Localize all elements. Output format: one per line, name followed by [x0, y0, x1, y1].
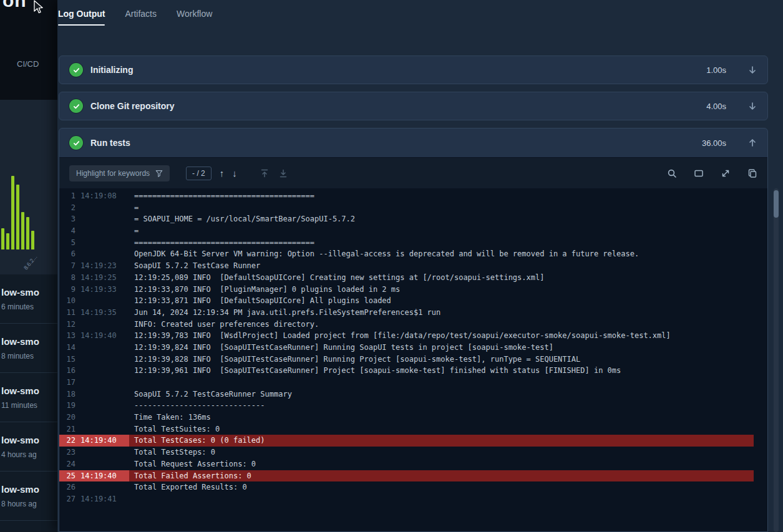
chart-bar[interactable]: [21, 212, 24, 249]
log-line: 2214:19:40Total TestCases: 0 (0 failed): [59, 435, 754, 447]
execution-item[interactable]: low-smo4 hours ag: [0, 422, 57, 472]
execution-item[interactable]: low-smo6 minutes: [0, 274, 57, 324]
line-text: 12:19:25,089 INFO [DefaultSoapUICore] Cr…: [129, 272, 754, 284]
scroll-to-top-icon[interactable]: [260, 168, 270, 178]
line-gutter: 18: [59, 389, 129, 400]
chart-bar[interactable]: [16, 185, 19, 249]
line-text: ========================================: [129, 190, 754, 202]
line-gutter: 15: [59, 354, 129, 365]
chart-bar[interactable]: [11, 176, 14, 249]
step-duration: 1.00s: [706, 65, 726, 75]
logo-text: on: [2, 0, 52, 9]
line-number: 5: [59, 237, 75, 249]
keyword-highlight-label: Highlight for keywords: [76, 169, 150, 178]
scroll-to-bottom-icon[interactable]: [278, 168, 288, 178]
line-text: Total Failed Assertions: 0: [129, 470, 754, 482]
chart-bar[interactable]: [6, 233, 9, 249]
chart-bar[interactable]: [26, 217, 29, 249]
line-timestamp: 14:19:35: [80, 307, 117, 319]
line-text: 12:19:39,783 INFO [WsdlProject] Loaded p…: [129, 330, 754, 342]
step-initializing[interactable]: Initializing 1.00s: [59, 56, 768, 84]
line-number: 21: [59, 423, 75, 435]
log-viewer: 114:19:08===============================…: [59, 188, 767, 531]
execution-item[interactable]: low-smo11 minutes: [0, 373, 57, 422]
log-line: 1012:19:33,871 INFO [DefaultSoapUICore] …: [59, 295, 754, 307]
log-scrollbar[interactable]: [774, 188, 779, 532]
line-text: =: [129, 202, 754, 214]
log-line: 2514:19:40Total Failed Assertions: 0: [59, 470, 754, 482]
keyword-highlight-input[interactable]: Highlight for keywords: [69, 165, 170, 181]
log-lines: 114:19:08===============================…: [59, 190, 754, 505]
execution-item[interactable]: low-smo8 minutes: [0, 324, 57, 373]
next-match-button[interactable]: ↓: [232, 168, 237, 178]
line-gutter: 1314:19:40: [59, 330, 129, 342]
log-line: 20Time Taken: 136ms: [59, 412, 754, 423]
line-text: OpenJDK 64-Bit Server VM warning: Option…: [129, 248, 754, 260]
line-timestamp: 14:19:40: [80, 330, 117, 342]
line-text: 12:19:39,961 INFO [SoapUITestCaseRunner]…: [129, 365, 754, 377]
chart-bars: [1, 100, 34, 249]
cicd-label: CI/CD: [17, 59, 39, 69]
line-number: 18: [59, 389, 75, 400]
line-gutter: 12: [59, 319, 129, 331]
line-gutter: 5: [59, 237, 129, 249]
execution-name: low-smo: [1, 336, 57, 347]
step-header[interactable]: Run tests 36.00s: [59, 128, 767, 157]
line-text: INFO: Created user preferences directory…: [129, 319, 754, 331]
line-number: 8: [59, 272, 75, 284]
line-number: 27: [59, 493, 75, 505]
line-gutter: 17: [59, 377, 129, 389]
line-timestamp: 14:19:41: [80, 493, 117, 505]
line-text: SoapUI 5.7.2 TestCase Runner: [129, 260, 754, 272]
line-gutter: 2714:19:41: [59, 493, 129, 505]
execution-item[interactable]: low-smo8 hours ag: [0, 472, 57, 521]
log-line: 23Total TestSteps: 0: [59, 447, 754, 458]
log-line: 1314:19:4012:19:39,783 INFO [WsdlProject…: [59, 330, 754, 342]
chart-bar[interactable]: [31, 231, 34, 249]
line-text: 12:19:33,871 INFO [DefaultSoapUICore] Al…: [129, 295, 754, 307]
chart-bar[interactable]: [1, 228, 4, 249]
log-line: 914:19:3312:19:33,870 INFO [PluginManage…: [59, 284, 754, 296]
search-icon[interactable]: [667, 168, 677, 178]
line-number: 11: [59, 307, 75, 319]
execution-time: 8 hours ag: [1, 500, 57, 508]
step-label: Initializing: [90, 65, 699, 75]
step-duration: 36.00s: [702, 138, 726, 148]
log-drawer: Log OutputArtifactsWorkflow Initializing…: [57, 0, 783, 532]
match-navigation: ↑ ↓: [220, 168, 237, 178]
execution-name: low-smo: [1, 435, 57, 445]
line-text: Total TestSteps: 0: [129, 447, 754, 458]
scrollbar-thumb[interactable]: [774, 190, 779, 218]
log-line: 1114:19:35Jun 14, 2024 12:19:34 PM java.…: [59, 307, 754, 319]
success-check-icon: [69, 136, 83, 150]
expand-arrow-icon[interactable]: [747, 65, 757, 75]
step-header[interactable]: Clone Git repository 4.00s: [59, 92, 767, 120]
copy-icon[interactable]: [747, 168, 757, 178]
log-line: 2=: [59, 202, 754, 214]
prev-match-button[interactable]: ↑: [220, 168, 225, 178]
line-number: 7: [59, 260, 75, 272]
execution-time: 4 hours ag: [1, 450, 57, 459]
line-gutter: 26: [59, 481, 129, 493]
tab-workflow[interactable]: Workflow: [177, 9, 212, 26]
log-line: 814:19:2512:19:25,089 INFO [DefaultSoapU…: [59, 272, 754, 284]
line-text: Jun 14, 2024 12:19:34 PM java.util.prefs…: [129, 307, 754, 319]
step-clone-git-repository[interactable]: Clone Git repository 4.00s: [59, 92, 768, 120]
fullscreen-icon[interactable]: [721, 168, 731, 178]
chart-axis-label: 8.6.2...: [22, 254, 38, 271]
line-number: 6: [59, 248, 75, 260]
step-header[interactable]: Initializing 1.00s: [59, 56, 767, 84]
line-gutter: 914:19:33: [59, 284, 129, 296]
line-number: 25: [59, 470, 75, 482]
line-gutter: 2514:19:40: [59, 470, 129, 482]
step-run-tests[interactable]: Run tests 36.00s Highlight for keywords …: [59, 128, 768, 532]
line-gutter: 10: [59, 295, 129, 307]
expand-arrow-icon[interactable]: [747, 101, 757, 111]
raw-view-icon[interactable]: [694, 168, 704, 178]
tab-log-output[interactable]: Log Output: [58, 9, 105, 26]
execution-time: 6 minutes: [1, 302, 57, 311]
tab-artifacts[interactable]: Artifacts: [125, 9, 157, 26]
mouse-cursor: [32, 0, 45, 15]
collapse-arrow-icon[interactable]: [747, 138, 757, 148]
filter-icon: [155, 170, 163, 177]
